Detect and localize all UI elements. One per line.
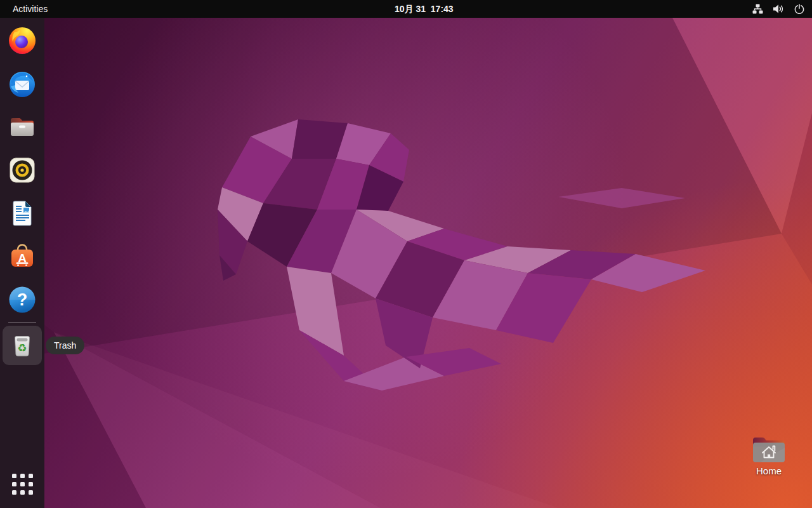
dock-item-thunderbird[interactable] <box>3 64 42 104</box>
dock-item-firefox[interactable] <box>3 21 42 60</box>
home-folder-icon <box>751 434 787 464</box>
help-icon: ? <box>7 284 37 315</box>
show-applications-button[interactable] <box>3 464 42 504</box>
dock-separator <box>8 322 36 323</box>
rhythmbox-icon <box>7 155 37 185</box>
dock-item-files[interactable] <box>3 107 42 147</box>
volume-icon[interactable] <box>772 0 785 18</box>
ubuntu-desktop: Activities 10月 31 17:43 <box>0 0 812 508</box>
dock-item-app-center[interactable]: A <box>3 237 42 276</box>
dock-item-libreoffice-writer[interactable] <box>3 194 42 233</box>
system-tray <box>751 0 806 18</box>
svg-text:?: ? <box>17 290 28 309</box>
files-icon <box>7 112 37 142</box>
wallpaper-jellyfish <box>0 18 812 508</box>
firefox-icon <box>7 25 37 56</box>
trash-icon: ♻ <box>7 330 37 361</box>
home-icon-label: Home <box>756 465 782 476</box>
network-wired-icon[interactable] <box>751 0 764 18</box>
home-folder-desktop-icon[interactable]: Home <box>747 434 790 476</box>
activities-button[interactable]: Activities <box>13 0 48 18</box>
top-bar: Activities 10月 31 17:43 <box>0 0 812 18</box>
trash-tooltip: Trash <box>46 337 84 354</box>
app-grid-icon <box>12 474 33 495</box>
app-center-icon: A <box>7 241 37 272</box>
libreoffice-writer-icon <box>7 198 37 229</box>
dock: A ? <box>0 18 44 508</box>
dock-item-rhythmbox[interactable] <box>3 150 42 190</box>
svg-text:♻: ♻ <box>17 342 27 354</box>
dock-item-help[interactable]: ? <box>3 280 42 319</box>
thunderbird-icon <box>7 69 37 99</box>
power-icon[interactable] <box>793 0 806 18</box>
dock-item-trash[interactable]: ♻ <box>3 326 42 365</box>
clock-button[interactable]: 10月 31 17:43 <box>395 0 454 18</box>
